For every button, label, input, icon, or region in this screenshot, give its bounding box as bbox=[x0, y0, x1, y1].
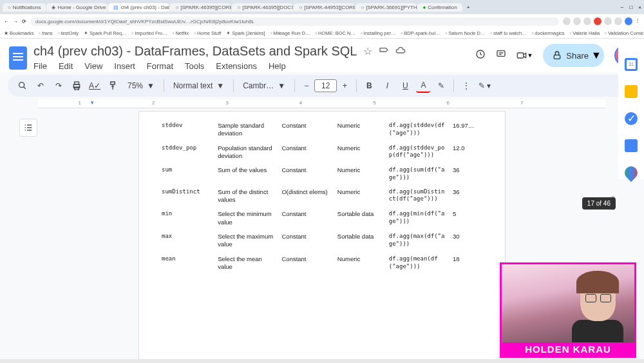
table-cell[interactable]: Constant bbox=[279, 208, 334, 229]
table-cell[interactable]: Numeric bbox=[336, 164, 386, 184]
paint-format-icon[interactable] bbox=[106, 79, 120, 93]
maps-icon[interactable] bbox=[622, 164, 640, 182]
fontsize-decrease[interactable]: − bbox=[300, 79, 313, 92]
ext-icon[interactable] bbox=[573, 17, 581, 25]
ext-icon[interactable] bbox=[583, 17, 591, 25]
bold-icon[interactable]: B bbox=[362, 79, 376, 93]
bottom-scrollbar[interactable] bbox=[0, 359, 644, 363]
share-dropdown[interactable]: ▼ bbox=[589, 44, 604, 67]
meet-icon[interactable]: ▼ bbox=[516, 50, 533, 61]
bookmark[interactable]: ▫ trans bbox=[39, 30, 53, 36]
menu-file[interactable]: File bbox=[33, 61, 47, 71]
spellcheck-icon[interactable]: A✓ bbox=[88, 79, 102, 93]
table-cell[interactable]: 12.0 bbox=[451, 142, 484, 163]
bookmark[interactable]: ▫ testOnly bbox=[58, 30, 79, 36]
table-cell[interactable]: stddev_pop bbox=[160, 142, 214, 163]
star-icon[interactable]: ☆ bbox=[363, 45, 372, 58]
bookmark[interactable]: ★ Bookmarks bbox=[4, 30, 34, 36]
table-cell[interactable]: 16.97… bbox=[451, 119, 484, 141]
window-min-icon[interactable]: − bbox=[621, 5, 624, 10]
keep-icon[interactable] bbox=[625, 85, 638, 98]
table-cell[interactable]: 36 bbox=[451, 186, 484, 207]
table-cell[interactable]: df.agg(mean(df("age"))) bbox=[387, 253, 450, 274]
browser-tab[interactable]: ●Confirmation bbox=[417, 3, 462, 12]
menu-extensions[interactable]: Extensions bbox=[216, 61, 257, 71]
table-cell[interactable]: Population standard deviation bbox=[216, 142, 278, 163]
table-cell[interactable]: df.agg(sum(df("age"))) bbox=[387, 164, 450, 184]
history-icon[interactable] bbox=[475, 49, 486, 62]
browser-tab[interactable]: ○[SPARK-46395][CORE] bbox=[170, 3, 231, 12]
table-cell[interactable]: min bbox=[160, 208, 214, 229]
table-cell[interactable]: df.agg(stddev(df("age"))) bbox=[387, 119, 450, 141]
new-tab-button[interactable]: + bbox=[463, 5, 474, 10]
bookmark[interactable]: ▫ Netflix bbox=[173, 30, 189, 36]
italic-icon[interactable]: I bbox=[380, 79, 394, 93]
browser-tab-active[interactable]: ▤ch4 (prev ch03) - DataF bbox=[108, 3, 169, 12]
window-max-icon[interactable]: □ bbox=[629, 5, 632, 10]
bookmark[interactable]: ▫ dockermagics bbox=[532, 30, 565, 36]
document-page[interactable]: stddevSample standard deviationConstantN… bbox=[138, 111, 506, 363]
fontsize-input[interactable]: 12 bbox=[314, 79, 337, 92]
table-cell[interactable]: stddev bbox=[160, 119, 214, 141]
ext-icon[interactable] bbox=[604, 17, 612, 25]
table-cell[interactable]: 18 bbox=[451, 253, 484, 274]
menu-edit[interactable]: Edit bbox=[59, 61, 73, 71]
doc-title[interactable]: ch4 (prev ch03) - DataFrames, DataSets a… bbox=[33, 44, 357, 59]
zoom-select[interactable]: 75% ▼ bbox=[124, 80, 158, 92]
table-cell[interactable]: 30 bbox=[451, 230, 484, 251]
highlight-icon[interactable]: ✎ bbox=[434, 79, 448, 93]
bookmark[interactable]: ▫ HOME: BOC N… bbox=[315, 30, 355, 36]
browser-tab[interactable]: ○[SPARK-44953][CORE] bbox=[294, 3, 355, 12]
editing-mode-icon[interactable]: ✎ ▾ bbox=[477, 79, 491, 93]
ext-icon[interactable] bbox=[614, 17, 622, 25]
table-cell[interactable]: 36 bbox=[451, 164, 484, 184]
table-cell[interactable]: Sortable data bbox=[336, 208, 386, 229]
table-cell[interactable]: Select the maximum value bbox=[216, 230, 278, 251]
menu-icon[interactable]: ⋮ bbox=[635, 17, 640, 25]
table-cell[interactable]: Select the mean value bbox=[216, 253, 278, 274]
table-cell[interactable]: Constant bbox=[279, 119, 334, 141]
table-cell[interactable]: Numeric bbox=[336, 119, 386, 141]
style-select[interactable]: Normal text ▼ bbox=[169, 80, 228, 92]
bookmark[interactable]: ▫ Saturn Node D… bbox=[446, 30, 486, 36]
bookmark[interactable]: ▫ BDP-spark-bui… bbox=[401, 30, 440, 36]
table-cell[interactable]: mean bbox=[160, 253, 214, 274]
browser-tab[interactable]: ○[SPARK-36691][PYTH bbox=[355, 3, 417, 12]
bookmark[interactable]: ▫ Mileage Run D… bbox=[270, 30, 310, 36]
table-cell[interactable]: Constant bbox=[279, 230, 334, 251]
menu-view[interactable]: View bbox=[84, 61, 102, 71]
nav-forward-icon[interactable]: → bbox=[13, 19, 18, 25]
table-cell[interactable]: max bbox=[160, 230, 214, 251]
window-close-icon[interactable]: × bbox=[638, 5, 641, 10]
bookmark[interactable]: ▫ Imported Fro… bbox=[132, 30, 167, 36]
nav-reload-icon[interactable]: ⟳ bbox=[22, 19, 26, 25]
table-cell[interactable]: df.agg(min(df("age"))) bbox=[387, 208, 450, 229]
tasks-icon[interactable]: ✓ bbox=[625, 112, 638, 125]
bookmark[interactable]: ▫ Installing per… bbox=[361, 30, 396, 36]
table-cell[interactable]: Sortable data bbox=[336, 230, 386, 251]
table-cell[interactable]: O(distinct elems) bbox=[279, 186, 334, 207]
profile-icon[interactable] bbox=[625, 17, 632, 25]
bookmark[interactable]: ✦ Spark Pull Req… bbox=[84, 30, 127, 36]
text-color-icon[interactable]: A bbox=[416, 79, 430, 93]
contacts-icon[interactable] bbox=[625, 139, 638, 152]
fontsize-increase[interactable]: + bbox=[338, 79, 351, 92]
nav-back-icon[interactable]: ← bbox=[4, 19, 9, 25]
comments-icon[interactable] bbox=[496, 49, 506, 62]
browser-tab[interactable]: ◈Home - Google Drive bbox=[46, 3, 108, 12]
menu-tools[interactable]: Tools bbox=[185, 61, 204, 71]
browser-tab[interactable]: ○Notifications bbox=[3, 3, 46, 12]
browser-tab[interactable]: ○[SPARK-46395][DOCS] bbox=[232, 3, 293, 12]
ext-icon[interactable] bbox=[563, 17, 571, 25]
search-icon[interactable] bbox=[15, 79, 30, 93]
table-cell[interactable]: Numeric bbox=[336, 253, 386, 274]
menu-help[interactable]: Help bbox=[269, 61, 286, 71]
print-icon[interactable] bbox=[70, 79, 84, 93]
table-cell[interactable]: df.agg(max(df("age"))) bbox=[387, 230, 450, 251]
cloud-icon[interactable] bbox=[395, 45, 406, 58]
table-cell[interactable]: Sum of the distinct values bbox=[216, 186, 278, 207]
docs-logo-icon[interactable] bbox=[9, 46, 27, 70]
menu-format[interactable]: Format bbox=[147, 61, 173, 71]
font-select[interactable]: Cambr… ▼ bbox=[239, 80, 289, 92]
move-icon[interactable] bbox=[379, 45, 389, 58]
